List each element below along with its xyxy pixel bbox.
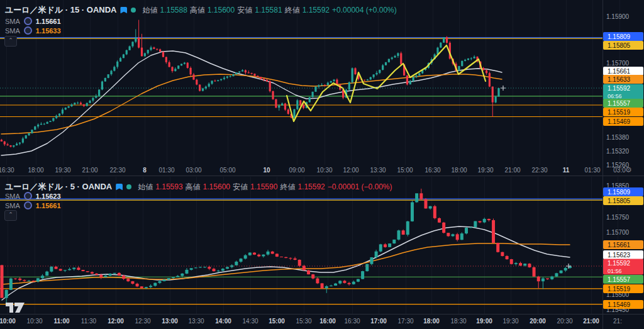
candle[interactable] [458,66,460,71]
candle[interactable] [388,243,391,247]
time-axis-label[interactable]: 21:00 [82,167,97,174]
time-axis-label[interactable]: 16:30 [425,167,440,174]
candle[interactable] [442,222,445,233]
time-axis-label[interactable]: 13:30 [370,167,386,174]
candle[interactable] [98,89,100,97]
candle[interactable] [31,130,33,134]
chart-canvas[interactable]: 1.159001.157001.154401.153801.153201.152… [0,0,644,329]
time-axis-label[interactable]: 19:30 [55,167,70,174]
candle[interactable] [555,273,558,277]
candle[interactable] [167,278,170,280]
candle[interactable] [528,263,531,267]
time-axis-label[interactable]: 21:00 [583,318,599,325]
candle[interactable] [443,37,445,43]
candle[interactable] [406,75,408,86]
time-axis-label[interactable]: 13:00 [162,318,178,325]
candle[interactable] [235,72,237,74]
candle[interactable] [560,270,563,274]
candle[interactable] [385,62,387,65]
time-axis-label[interactable]: 03:00 [186,167,201,174]
candle[interactable] [489,72,491,87]
candle[interactable] [415,193,418,203]
candle[interactable] [180,64,182,65]
candle[interactable] [474,221,477,228]
candle[interactable] [446,36,448,43]
candle[interactable] [314,86,316,92]
candle[interactable] [465,227,468,234]
price-tick-label[interactable]: 1.15700 [606,229,630,236]
candle[interactable] [388,59,390,63]
candle[interactable] [104,77,106,81]
candle[interactable] [253,252,256,255]
candle[interactable] [34,126,36,130]
time-axis-label[interactable]: 21: [613,318,622,325]
candle[interactable] [379,244,382,253]
time-axis-label[interactable]: 01:30 [158,167,174,174]
time-axis-label[interactable]: 10:30 [316,167,332,174]
time-axis-label[interactable]: 15:00 [269,318,285,325]
time-axis-label[interactable]: 12:00 [108,318,124,325]
time-axis-label[interactable]: 20:00 [530,318,546,325]
time-axis-label[interactable]: 10:30 [26,318,42,325]
time-axis-label[interactable]: 05:00 [219,167,235,174]
candle[interactable] [309,97,311,103]
price-tick-label[interactable]: 1.15380 [606,134,630,141]
time-axis-label[interactable]: 18:00 [423,318,440,325]
candle[interactable] [321,283,324,289]
candle[interactable] [461,60,463,66]
time-axis-label[interactable]: 10:00 [0,318,16,325]
candle[interactable] [275,254,279,257]
candle[interactable] [495,96,497,103]
time-axis-label[interactable]: 14:30 [242,318,258,325]
time-axis-label[interactable]: 10 [263,167,270,174]
time-axis-label[interactable]: 18:00 [28,167,43,174]
price-tick-label[interactable]: 1.15700 [606,60,630,67]
time-axis-label[interactable]: 03:0 [613,167,626,174]
price-tick-label[interactable]: 1.15750 [606,214,630,221]
time-axis-label[interactable]: 11:30 [81,318,97,325]
symbol-title[interactable]: ユーロ／米ドル · 5 · OANDA [5,181,112,192]
symbol-legend-top[interactable]: ユーロ／米ドル · 15 · OANDA 始値 1.15588 高値 1.156… [5,4,397,16]
time-axis-label[interactable]: 09:00 [289,167,304,174]
candle[interactable] [272,91,274,100]
time-axis-label[interactable]: 17:00 [370,318,387,325]
time-axis-label[interactable]: 19:30 [477,167,493,174]
collapse-pane-button-top[interactable]: ⌃ [4,36,17,47]
candle[interactable] [496,243,499,253]
candle[interactable] [497,87,499,97]
candle[interactable] [296,99,298,110]
time-axis-gear-icon[interactable]: ⚙ [625,166,632,174]
flag-icon[interactable] [120,7,127,14]
candle[interactable] [411,201,414,221]
candle[interactable] [1,265,4,298]
candle[interactable] [397,230,400,240]
candle[interactable] [59,269,62,270]
candle[interactable] [162,52,164,57]
price-tick-label[interactable]: 1.15900 [606,13,630,20]
symbol-legend-bottom[interactable]: ユーロ／米ドル · 5 · OANDA 始値 1.15593 高値 1.1560… [5,181,392,192]
time-axis-label[interactable]: 18:30 [450,318,466,325]
candle[interactable] [9,277,13,290]
time-axis-label[interactable]: 18:00 [451,167,467,174]
time-axis-label[interactable]: 16:00 [319,318,336,325]
candle[interactable] [108,74,109,78]
candle[interactable] [440,42,441,48]
candle[interactable] [492,218,495,243]
candle[interactable] [280,257,283,257]
time-axis-label[interactable]: 12:00 [343,167,358,174]
candle[interactable] [253,74,255,76]
time-axis-label[interactable]: 22:30 [109,167,125,174]
candle[interactable] [187,62,189,69]
candle[interactable] [361,270,364,279]
time-axis-label[interactable]: 22:30 [531,167,547,174]
candle[interactable] [275,99,277,108]
candle[interactable] [424,198,427,209]
time-axis-label[interactable]: 20:30 [557,318,572,325]
tradingview-logo[interactable] [6,301,26,315]
sma-label[interactable]: SMA [5,18,20,25]
symbol-title[interactable]: ユーロ／米ドル · 15 · OANDA [5,4,116,16]
candle[interactable] [400,52,402,65]
candle[interactable] [433,205,436,220]
candle[interactable] [82,270,85,271]
candle[interactable] [510,259,513,265]
